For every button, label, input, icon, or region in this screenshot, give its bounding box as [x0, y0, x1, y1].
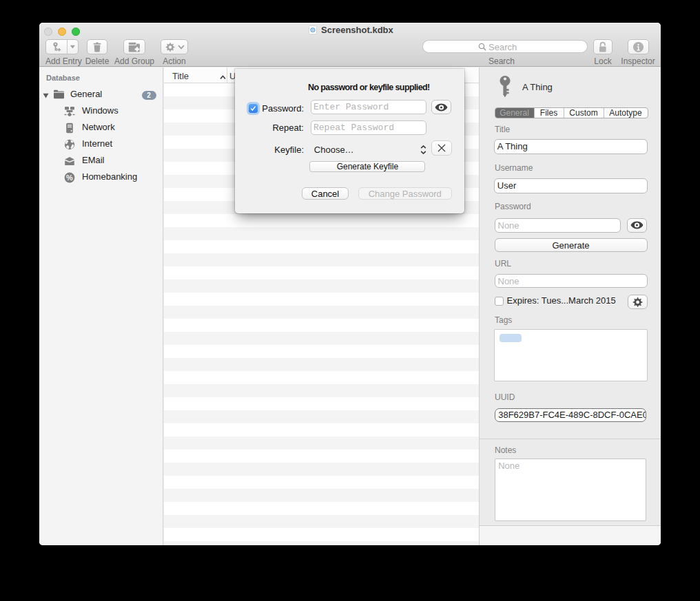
- svg-text:%: %: [66, 173, 73, 182]
